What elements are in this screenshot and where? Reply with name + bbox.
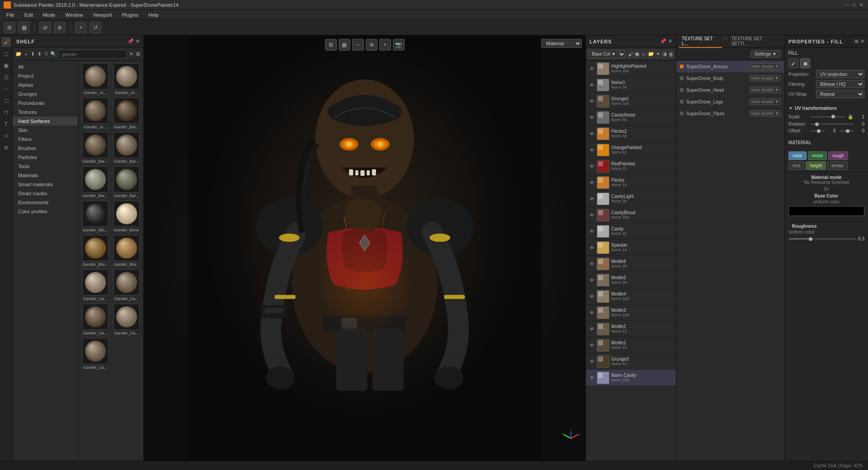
fill-fill-btn[interactable]: ▣: [800, 58, 810, 68]
ts-shader-dropdown[interactable]: Main shader ▼: [750, 99, 781, 105]
clone-icon[interactable]: ⊡: [1, 72, 11, 82]
scale-lock-btn[interactable]: 🔒: [847, 113, 854, 120]
polygon-fill-icon[interactable]: ⬡: [1, 96, 11, 106]
eraser-icon[interactable]: ◻: [1, 49, 11, 59]
settings-icon[interactable]: ⚙: [1, 143, 11, 153]
layer-add-fill-btn[interactable]: ▣: [634, 50, 640, 59]
layer-visibility-toggle[interactable]: 👁: [589, 66, 595, 72]
shelf-pin-icon[interactable]: 📌: [127, 38, 134, 44]
shelf-nav-smart-masks[interactable]: Smart masks: [13, 189, 78, 198]
vp-light-btn[interactable]: ↔: [352, 39, 364, 51]
render-mode-dropdown[interactable]: Material Wireframe BaseColor Normal Roug…: [541, 39, 582, 48]
anchor-btn[interactable]: ⊕: [54, 22, 66, 33]
layer-visibility-toggle[interactable]: 👁: [589, 114, 595, 121]
layer-visibility-toggle[interactable]: 👁: [589, 342, 595, 348]
viewport[interactable]: ⊞ ▦ ↔ ⊕ + 📷 Material Wireframe BaseColor…: [144, 35, 585, 461]
uv-transforms-header[interactable]: ▼ UV transformations: [788, 106, 864, 111]
paint-brush-icon[interactable]: 🖌: [1, 37, 11, 47]
ts-shader-dropdown[interactable]: Main shader ▼: [750, 75, 781, 81]
layer-visibility-toggle[interactable]: 👁: [589, 82, 595, 88]
search-input[interactable]: [58, 50, 127, 59]
uvwrap-select[interactable]: Repeat: [816, 90, 864, 98]
layer-row[interactable]: 👁SpeckleNorm 14: [586, 240, 676, 256]
menu-window[interactable]: Window: [61, 11, 87, 19]
add-btn[interactable]: +: [75, 22, 87, 33]
layer-visibility-toggle[interactable]: 👁: [589, 375, 595, 381]
layer-add-paint-btn[interactable]: 🖌: [627, 50, 633, 59]
vp-perspective-btn[interactable]: ⊞: [325, 39, 337, 51]
shelf-export-btn[interactable]: ⬇: [37, 50, 42, 59]
layer-visibility-toggle[interactable]: 👁: [589, 131, 595, 137]
shelf-new-btn[interactable]: +: [24, 50, 28, 59]
viewport-mode-select[interactable]: Material Wireframe BaseColor Normal Roug…: [541, 39, 582, 48]
layer-effect-btn[interactable]: ✦: [656, 50, 661, 59]
layer-row[interactable]: 👁Mottle3Norm 100: [586, 305, 676, 321]
shelf-grid-toggle[interactable]: ⊞: [136, 50, 141, 59]
shelf-import-btn[interactable]: ⬆: [30, 50, 35, 59]
layer-add-btn[interactable]: +: [641, 50, 646, 59]
shelf-item[interactable]: Gander_Bar...: [112, 98, 141, 129]
layer-visibility-toggle[interactable]: 👁: [589, 212, 595, 218]
offset-slider-y[interactable]: [840, 130, 854, 132]
shelf-nav-grunges[interactable]: Grunges: [13, 89, 78, 99]
scale-slider[interactable]: [811, 116, 845, 118]
shelf-item[interactable]: Gander_Ar...: [81, 63, 109, 95]
shelf-item[interactable]: Gander_Bra...: [112, 235, 141, 267]
history-btn[interactable]: ↺: [90, 22, 101, 33]
texture-set-item[interactable]: SuperDrone_BodyMain shader ▼: [676, 72, 784, 84]
layer-mask-btn[interactable]: ◑: [662, 50, 667, 59]
menu-file[interactable]: File: [2, 11, 19, 19]
layer-row[interactable]: 👁CavityBloodNorm 100: [586, 207, 676, 223]
shelf-nav-textures[interactable]: Textures: [13, 108, 78, 117]
menu-mode[interactable]: Mode: [38, 11, 60, 19]
layer-group-btn[interactable]: 📁: [647, 50, 655, 59]
layer-row[interactable]: 👁CavityLightNorm 28: [586, 191, 676, 207]
shelf-nav-hard-surfaces[interactable]: Hard Surfaces: [13, 117, 78, 126]
shelf-item[interactable]: Gander_Bar...: [112, 166, 141, 198]
layer-visibility-toggle[interactable]: 👁: [589, 98, 595, 104]
layer-row[interactable]: 👁Mottle6Norm 39: [586, 256, 676, 272]
layer-row[interactable]: 👁Mottle5Norm 39: [586, 272, 676, 288]
layers-icon[interactable]: ≡: [1, 131, 11, 141]
shelf-item[interactable]: Gander_Bra...: [81, 235, 109, 267]
shelf-nav-materials[interactable]: Materials: [13, 171, 78, 180]
layer-row[interactable]: 👁Mottle4Norm 100: [586, 288, 676, 305]
layer-row[interactable]: 👁CavityNorm 32: [586, 223, 676, 240]
layer-delete-btn[interactable]: 🗑: [668, 50, 674, 59]
layer-visibility-toggle[interactable]: 👁: [589, 147, 595, 153]
blend-mode-select[interactable]: Base Col ▼: [588, 50, 626, 59]
menu-plugins[interactable]: Plugins: [118, 11, 143, 19]
vp-capture-btn[interactable]: +: [379, 39, 391, 51]
shelf-nav-smart-materials[interactable]: Smart materials: [13, 180, 78, 189]
prop-expand-icon[interactable]: ⊞: [854, 38, 859, 44]
shelf-nav-brushes[interactable]: Brushes: [13, 144, 78, 153]
shelf-item[interactable]: Gander_Ar...: [112, 63, 141, 95]
layer-row[interactable]: 👁FlecksNorm 14: [586, 174, 676, 191]
layer-visibility-toggle[interactable]: 👁: [589, 179, 595, 186]
layer-visibility-toggle[interactable]: 👁: [589, 228, 595, 235]
mat-rough-btn[interactable]: rough: [828, 151, 848, 160]
menu-edit[interactable]: Edit: [20, 11, 38, 19]
layer-row[interactable]: 👁Grunge1Norm 100: [586, 93, 676, 109]
minimize-btn[interactable]: ─: [844, 2, 850, 8]
layer-visibility-toggle[interactable]: 👁: [589, 326, 595, 332]
ts-shader-dropdown[interactable]: Main shader ▼: [750, 87, 781, 93]
projection-select[interactable]: UV projection: [816, 70, 864, 78]
layer-visibility-toggle[interactable]: 👁: [589, 261, 595, 267]
filtering-select[interactable]: Bilinear | HQ: [816, 80, 864, 88]
mat-emiss-btn[interactable]: emiss: [827, 161, 847, 170]
shelf-nav-color-profiles[interactable]: Color profiles: [13, 207, 78, 216]
maximize-btn[interactable]: □: [851, 2, 857, 8]
shelf-nav-all[interactable]: All: [13, 62, 78, 71]
grid-view-btn[interactable]: ⊞: [4, 22, 15, 33]
layer-row[interactable]: 👁CavityNoiseNorm 50: [586, 109, 676, 126]
vp-screenshot-btn[interactable]: 📷: [393, 39, 405, 51]
fill-icon[interactable]: ▣: [1, 61, 11, 70]
shelf-item[interactable]: Gander_Ar...: [81, 98, 109, 129]
layer-row[interactable]: 👁RedPaintedNorm 15: [586, 158, 676, 174]
shelf-item[interactable]: Gander_Ca...: [81, 269, 109, 301]
layers-close-icon[interactable]: ✕: [668, 38, 672, 44]
base-color-swatch[interactable]: [788, 206, 864, 216]
mat-metal-btn[interactable]: metal: [808, 151, 827, 160]
shelf-nav-filters[interactable]: Filters: [13, 135, 78, 144]
